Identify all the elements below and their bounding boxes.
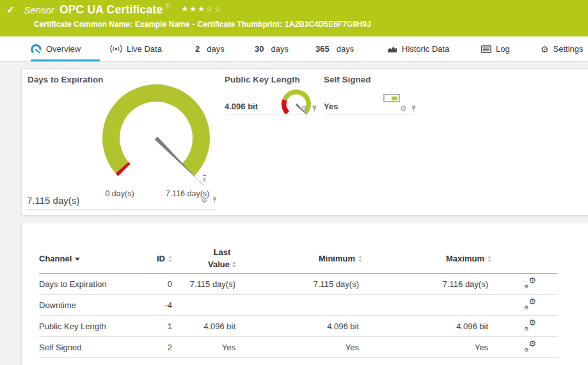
pin-icon[interactable] — [311, 105, 318, 113]
divider — [225, 114, 314, 114]
thumbprint-label: Certificate Thumbprint: — [197, 20, 282, 29]
days-to-expiration-value: 7.115 day(s) — [27, 195, 79, 206]
channel-last-value: 4.096 bit — [172, 322, 242, 331]
column-label: ID — [157, 254, 165, 263]
gauge-title-public-key-length: Public Key Length — [225, 75, 300, 84]
tab-label: Settings — [553, 44, 584, 54]
tab-historic-data[interactable]: Historic Data — [387, 36, 449, 61]
table-row: Self Signed 2 Yes Yes Yes ⚙⚙ — [39, 337, 558, 358]
channel-table: Channel ID Last Value Minimum — [39, 244, 558, 358]
channel-minimum: 7.115 day(s) — [242, 279, 366, 289]
gear-icon: ⚙ — [524, 305, 528, 311]
tab-number: 365 — [315, 44, 330, 54]
channel-id: 2 — [135, 343, 172, 352]
divider — [27, 209, 216, 210]
channel-settings-icon[interactable]: ⚙⚙ — [524, 320, 536, 330]
star-filled-icon[interactable]: ★ — [198, 4, 206, 13]
tab-label: Historic Data — [402, 44, 449, 54]
channel-settings-icon[interactable]: ⚙⚙ — [524, 341, 536, 352]
sensor-header: ✓ Sensor OPC UA Certificate ⚐ ★★★☆☆ Cert… — [0, 0, 588, 36]
mean-marker: x — [203, 176, 206, 183]
gear-icon[interactable]: ⚙ — [400, 105, 407, 113]
column-label: Value — [208, 259, 230, 271]
column-header-maximum[interactable]: Maximum — [366, 254, 495, 263]
gear-icon: ⚙ — [524, 284, 528, 290]
star-empty-icon[interactable]: ☆ — [214, 4, 222, 13]
broadcast-icon — [110, 45, 122, 53]
status-ok-icon: ✓ — [6, 4, 15, 16]
gear-icon: ⚙ — [528, 297, 536, 306]
channel-settings-icon[interactable]: ⚙⚙ — [524, 299, 536, 309]
tab-label: Live Data — [127, 44, 162, 54]
cn-label: Certificate Common Name: — [34, 20, 132, 29]
gear-icon: ⚙ — [528, 339, 536, 348]
tab-label: days — [337, 44, 354, 54]
tab-live-data[interactable]: Live Data — [110, 36, 162, 61]
gauge-icon — [31, 44, 42, 54]
star-empty-icon[interactable]: ☆ — [206, 4, 214, 13]
channels-panel: Channel ID Last Value Minimum — [21, 222, 588, 365]
channel-name: Public Key Length — [39, 322, 135, 331]
gear-icon[interactable]: ⚙ — [201, 196, 208, 204]
channel-id: -4 — [135, 300, 172, 310]
self-signed-indicator — [383, 94, 400, 102]
channel-minimum: 4.096 bit — [242, 322, 366, 331]
table-row: Public Key Length 1 4.096 bit 4.096 bit … — [39, 316, 558, 337]
sort-icon — [232, 261, 236, 268]
tab-label: days — [271, 44, 288, 54]
gauges-panel: Days to Expiration x 0 day(s) 7.116 day(… — [21, 68, 588, 215]
page-title: OPC UA Certificate — [60, 3, 163, 17]
channel-last-value: Yes — [172, 343, 242, 352]
tab-settings[interactable]: ⚙ Settings — [541, 36, 584, 61]
tab-label: Log — [496, 44, 510, 54]
object-kind-label: Sensor — [24, 4, 54, 15]
gear-icon: ⚙ — [524, 347, 528, 353]
channel-actions: ⚙ — [301, 105, 318, 113]
priority-rating[interactable]: ★★★☆☆ — [181, 4, 222, 13]
pin-icon[interactable] — [211, 197, 218, 204]
channel-name: Days to Expiration — [39, 279, 135, 289]
column-label: Last — [208, 247, 236, 259]
tab-label: Overview — [46, 44, 81, 54]
channel-maximum: 4.096 bit — [366, 322, 495, 331]
tab-log[interactable]: Log — [481, 36, 510, 61]
channel-maximum: 7.116 day(s) — [366, 279, 495, 289]
gauge-title-self-signed: Self Signed — [324, 75, 371, 84]
channel-actions: ⚙ — [201, 196, 218, 204]
channel-last-value: 7.115 day(s) — [172, 279, 242, 289]
tab-2-days[interactable]: 2days — [195, 36, 225, 61]
thumbprint-value: 1A2B3C4D5E6F7G8H9J — [285, 20, 371, 29]
star-filled-icon[interactable]: ★ — [181, 4, 189, 13]
column-label: Maximum — [446, 254, 484, 263]
tab-overview[interactable]: Overview — [31, 36, 100, 61]
channel-actions: ⚙ — [400, 105, 417, 113]
subtitle-separator: - — [192, 20, 195, 29]
pin-icon[interactable] — [410, 105, 417, 113]
gauge-min-label: 0 day(s) — [97, 189, 142, 198]
column-header-last-value[interactable]: Last Value — [172, 247, 242, 271]
tab-30-days[interactable]: 30days — [255, 36, 289, 61]
tab-label: days — [207, 44, 224, 54]
area-chart-icon — [387, 45, 397, 53]
channel-minimum: Yes — [242, 343, 366, 352]
log-list-icon — [481, 45, 491, 53]
flag-icon: ⚐ — [165, 3, 171, 10]
tab-number: 30 — [255, 44, 264, 54]
column-header-id[interactable]: ID — [135, 254, 172, 263]
gear-icon[interactable]: ⚙ — [301, 105, 308, 113]
sort-icon — [358, 256, 362, 262]
table-header-row: Channel ID Last Value Minimum — [39, 244, 558, 274]
column-header-channel[interactable]: Channel — [39, 254, 135, 263]
channel-name: Self Signed — [39, 343, 135, 352]
divider — [324, 114, 413, 114]
gear-icon: ⚙ — [524, 326, 528, 332]
tab-bar: Overview Live Data 2days 30days 365days … — [0, 36, 588, 62]
channel-settings-icon[interactable]: ⚙⚙ — [524, 277, 536, 288]
cn-value: Example Name — [135, 20, 189, 29]
column-header-minimum[interactable]: Minimum — [242, 254, 366, 263]
tab-365-days[interactable]: 365days — [315, 36, 354, 61]
sensor-subtitle: Certificate Common Name:Example Name-Cer… — [34, 20, 374, 29]
channel-id: 1 — [135, 322, 172, 331]
star-filled-icon[interactable]: ★ — [189, 4, 198, 13]
channel-maximum: Yes — [366, 343, 495, 352]
